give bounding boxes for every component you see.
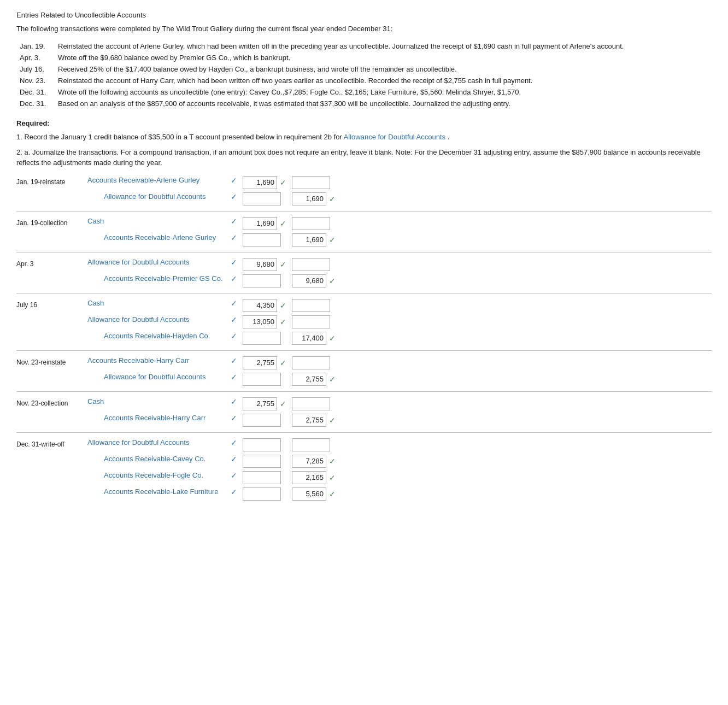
journal-entry-group: Jan. 19-reinstateAccounts Receivable-Arl… bbox=[16, 176, 712, 205]
entry-date-label bbox=[16, 274, 87, 277]
credit-box[interactable] bbox=[292, 315, 330, 328]
entry-divider bbox=[16, 293, 712, 293]
account-name: Cash bbox=[87, 217, 230, 225]
allowance-link-1[interactable]: Allowance for Doubtful Accounts bbox=[344, 133, 445, 141]
credit-box[interactable]: 1,690 bbox=[292, 233, 326, 246]
debit-box[interactable] bbox=[243, 373, 281, 386]
entry-date-label bbox=[16, 315, 87, 318]
debit-box[interactable] bbox=[243, 487, 281, 501]
req-item-1: 1. Record the January 1 credit balance o… bbox=[16, 132, 712, 143]
intro-text: The following transactions were complete… bbox=[16, 25, 712, 33]
journal-entry-row: Nov. 23-reinstateAccounts Receivable-Har… bbox=[16, 356, 712, 369]
account-name: Allowance for Doubtful Accounts bbox=[87, 315, 230, 324]
credit-box[interactable] bbox=[292, 299, 330, 312]
credit-box[interactable]: 9,680 bbox=[292, 274, 326, 287]
credit-box[interactable]: 2,165 bbox=[292, 471, 326, 484]
transaction-date: Nov. 23. bbox=[16, 75, 55, 86]
account-name: Allowance for Doubtful Accounts bbox=[87, 192, 230, 201]
debit-box[interactable] bbox=[243, 438, 281, 451]
credit-check: ✓ bbox=[329, 375, 336, 384]
debit-box[interactable] bbox=[243, 332, 281, 345]
credit-box[interactable] bbox=[292, 356, 330, 369]
credit-check: ✓ bbox=[329, 416, 336, 425]
credit-col: 2,755✓ bbox=[292, 414, 336, 427]
credit-col: 1,690✓ bbox=[292, 233, 336, 246]
account-name: Cash bbox=[87, 397, 230, 406]
credit-col: 2,755✓ bbox=[292, 373, 336, 386]
debit-box[interactable]: 2,755 bbox=[243, 397, 277, 410]
debit-box[interactable] bbox=[243, 414, 281, 427]
entry-date-label bbox=[16, 373, 87, 375]
credit-box[interactable]: 2,755 bbox=[292, 373, 326, 386]
entry-date-label: Nov. 23-collection bbox=[16, 397, 87, 407]
journal-entry-row: Accounts Receivable-Premier GS Co.✓9,680… bbox=[16, 274, 712, 287]
account-check: ✓ bbox=[231, 356, 237, 365]
debit-col: 4,350✓ bbox=[243, 299, 286, 312]
credit-box[interactable]: 17,400 bbox=[292, 332, 326, 345]
entry-divider bbox=[16, 350, 712, 351]
req-item-2a: 2. a. Journalize the transactions. For a… bbox=[16, 147, 712, 168]
account-check: ✓ bbox=[231, 332, 237, 340]
transaction-text: Received 25% of the $17,400 balance owed… bbox=[55, 63, 712, 75]
debit-box[interactable] bbox=[243, 471, 281, 484]
debit-box[interactable] bbox=[243, 274, 281, 287]
debit-col bbox=[243, 438, 286, 451]
transaction-date: Apr. 3. bbox=[16, 52, 55, 63]
credit-box[interactable]: 1,690 bbox=[292, 192, 326, 205]
account-check: ✓ bbox=[231, 487, 237, 496]
credit-box[interactable] bbox=[292, 258, 330, 271]
entry-divider bbox=[16, 391, 712, 392]
credit-box[interactable]: 7,285 bbox=[292, 455, 326, 468]
credit-col: 2,165✓ bbox=[292, 471, 336, 484]
debit-box[interactable]: 1,690 bbox=[243, 217, 277, 230]
credit-box[interactable]: 5,560 bbox=[292, 487, 326, 501]
debit-col: 9,680✓ bbox=[243, 258, 286, 271]
debit-box[interactable]: 9,680 bbox=[243, 258, 277, 271]
account-name: Accounts Receivable-Fogle Co. bbox=[87, 471, 230, 479]
debit-col bbox=[243, 471, 286, 484]
page-title: Entries Related to Uncollectible Account… bbox=[16, 11, 712, 19]
debit-check: ✓ bbox=[280, 359, 286, 367]
credit-box[interactable] bbox=[292, 217, 330, 230]
credit-col bbox=[292, 315, 336, 328]
account-name: Accounts Receivable-Lake Furniture bbox=[87, 487, 230, 496]
journal-entry-row: Accounts Receivable-Cavey Co.✓7,285✓ bbox=[16, 455, 712, 468]
debit-col: 13,050✓ bbox=[243, 315, 286, 328]
account-check: ✓ bbox=[231, 373, 237, 381]
transaction-row: Dec. 31.Based on an analysis of the $857… bbox=[16, 98, 712, 109]
transaction-date: Dec. 31. bbox=[16, 86, 55, 98]
credit-check: ✓ bbox=[329, 236, 336, 244]
credit-col bbox=[292, 438, 336, 451]
debit-box[interactable] bbox=[243, 192, 281, 205]
account-name: Accounts Receivable-Hayden Co. bbox=[87, 332, 230, 340]
journal-entry-row: Allowance for Doubtful Accounts✓1,690✓ bbox=[16, 192, 712, 205]
credit-box[interactable] bbox=[292, 438, 330, 451]
transaction-text: Wrote off the $9,680 balance owed by Pre… bbox=[55, 52, 712, 63]
debit-box[interactable]: 2,755 bbox=[243, 356, 277, 369]
debit-box[interactable]: 1,690 bbox=[243, 176, 277, 189]
journal-entry-row: Jan. 19-collectionCash✓1,690✓ bbox=[16, 217, 712, 230]
debit-box[interactable]: 4,350 bbox=[243, 299, 277, 312]
debit-box[interactable]: 13,050 bbox=[243, 315, 277, 328]
transaction-row: Jan. 19.Reinstated the account of Arlene… bbox=[16, 40, 712, 52]
transaction-text: Reinstated the account of Harry Carr, wh… bbox=[55, 75, 712, 86]
debit-box[interactable] bbox=[243, 233, 281, 246]
entry-date-label: July 16 bbox=[16, 299, 87, 309]
account-check: ✓ bbox=[231, 438, 237, 447]
journal-entry-row: Apr. 3Allowance for Doubtful Accounts✓9,… bbox=[16, 258, 712, 271]
credit-check: ✓ bbox=[329, 490, 336, 498]
entry-date-label bbox=[16, 471, 87, 473]
entry-date-label: Dec. 31-write-off bbox=[16, 438, 87, 448]
account-name: Accounts Receivable-Harry Carr bbox=[87, 414, 230, 422]
journal-entry-row: Dec. 31-write-offAllowance for Doubtful … bbox=[16, 438, 712, 451]
account-check: ✓ bbox=[231, 471, 237, 480]
credit-box[interactable] bbox=[292, 397, 330, 410]
journal-entry-row: July 16Cash✓4,350✓ bbox=[16, 299, 712, 312]
credit-box[interactable]: 2,755 bbox=[292, 414, 326, 427]
transaction-text: Based on an analysis of the $857,900 of … bbox=[55, 98, 712, 109]
journal-entry-row: Accounts Receivable-Lake Furniture✓5,560… bbox=[16, 487, 712, 501]
debit-box[interactable] bbox=[243, 455, 281, 468]
journal-entry-row: Accounts Receivable-Harry Carr✓2,755✓ bbox=[16, 414, 712, 427]
debit-col: 2,755✓ bbox=[243, 356, 286, 369]
credit-box[interactable] bbox=[292, 176, 330, 189]
